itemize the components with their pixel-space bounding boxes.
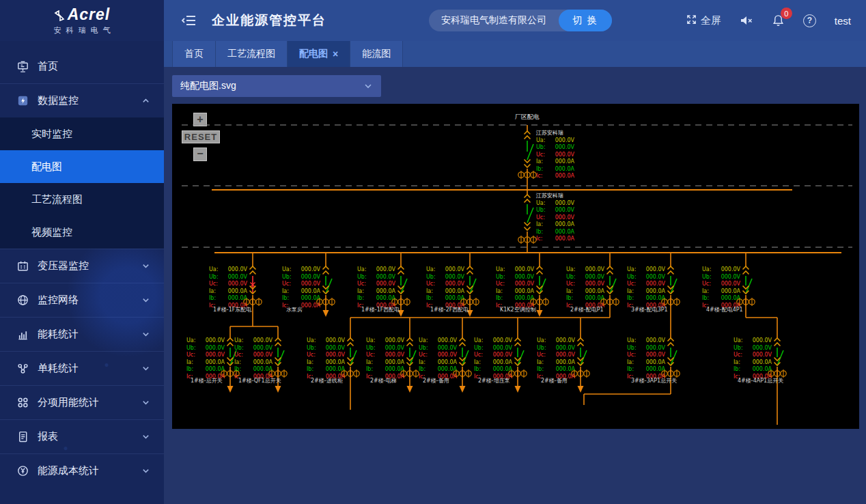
node-readings: Ua:000.0VUb:000.0VUc:000.0VIa:000.0AIb:0…: [566, 266, 604, 309]
sidebar-subitem[interactable]: 实时监控: [0, 117, 164, 150]
node-readings: Ua:000.0VUb:000.0VUc:000.0VIa:000.0AIb:0…: [234, 337, 273, 380]
unit-stats-icon: [16, 362, 29, 376]
sidebar-item-reports[interactable]: 报表: [0, 419, 164, 453]
node-readings: Ua:000.0VUb:000.0VUc:000.0VIa:000.0AIb:0…: [734, 337, 772, 380]
node-readings: Ua:000.0VUb:000.0VUc:000.0VIa:000.0AIb:0…: [186, 337, 225, 380]
sidebar-submenu: 实时监控配电图工艺流程图视频监控: [0, 117, 164, 249]
sidebar-item-transformer-monitoring[interactable]: 变压器监控: [0, 249, 164, 283]
node-readings: Ua:000.0VUb:000.0VUc:000.0VIa:000.0AIb:0…: [419, 337, 457, 380]
sidebar-subitem[interactable]: 视频监控: [0, 216, 164, 249]
fullscreen-label: 全屏: [701, 14, 721, 27]
tab-bar: 首页工艺流程图配电图×能流图: [164, 41, 866, 67]
node-readings: 江苏安科瑞Ua:000.0VUb:000.0VUc:000.0VIa:000.0…: [536, 130, 574, 180]
tab-close-icon[interactable]: ×: [333, 48, 338, 59]
incomer-name: 江苏安科瑞: [536, 193, 574, 200]
fullscreen-icon: [686, 14, 697, 27]
tab-label: 工艺流程图: [227, 48, 275, 60]
chevron-down-icon: [141, 398, 150, 407]
cost-icon: [16, 464, 29, 478]
help-button[interactable]: ?: [803, 14, 816, 27]
sidebar-item-unit-consumption[interactable]: 单耗统计: [0, 351, 164, 385]
node-label: 2#楼-备用: [541, 377, 621, 384]
sidebar-item-energy-statistics[interactable]: 能耗统计: [0, 317, 164, 351]
tab-label: 首页: [184, 48, 204, 60]
sidebar-nav: 首页数据监控实时监控配电图工艺流程图视频监控变压器监控监控网络能耗统计单耗统计分…: [0, 41, 164, 504]
mute-button[interactable]: [740, 14, 753, 27]
node-readings: Ua:000.0VUb:000.0VUc:000.0VIa:000.0AIb:0…: [282, 266, 320, 309]
sidebar-item-label: 能耗统计: [38, 328, 79, 341]
node-label: 4#楼-配电4P1: [706, 306, 787, 313]
node-readings: Ua:000.0VUb:000.0VUc:000.0VIa:000.0AIb:0…: [474, 337, 512, 380]
tab-label: 配电图: [299, 48, 328, 60]
notifications-button[interactable]: 0: [772, 14, 785, 27]
sidebar-item-label: 数据监控: [38, 94, 79, 107]
tab-工艺流程图[interactable]: 工艺流程图: [216, 41, 288, 67]
network-icon: [16, 294, 29, 307]
sidebar-item-label: 首页: [38, 60, 58, 73]
node-readings: Ua:000.0VUb:000.0VUc:000.0VIa:000.0AIb:0…: [307, 337, 345, 380]
chevron-down-icon: [141, 466, 150, 475]
node-label: 4#楼-4AP1总开关: [738, 377, 818, 384]
data-monitor-icon: [16, 94, 29, 108]
chevron-up-icon: [141, 96, 150, 105]
sidebar-item-data-monitoring[interactable]: 数据监控: [0, 83, 164, 117]
sidebar-item-label: 监控网络: [38, 294, 79, 307]
chevron-down-icon: [141, 330, 150, 339]
node-readings: 江苏安科瑞Ua:000.0VUb:000.0VUc:000.0VIa:000.0…: [536, 193, 574, 243]
app-header: Acrel 安科瑞电气 企业能源管控平台 安科瑞电气制造有限公司 切 换 全屏 …: [0, 0, 866, 41]
node-readings: Ua:000.0VUb:000.0VUc:000.0VIa:000.0AIb:0…: [627, 337, 665, 380]
menu-collapse-icon[interactable]: [182, 14, 197, 27]
node-readings: Ua:000.0VUb:000.0VUc:000.0VIa:000.0AIb:0…: [209, 266, 247, 309]
sidebar-item-label: 能源成本统计: [38, 464, 99, 477]
chevron-down-icon: [141, 364, 150, 373]
sidebar-item-energy-cost[interactable]: 能源成本统计: [0, 453, 164, 488]
fullscreen-button[interactable]: 全屏: [686, 14, 721, 27]
company-select[interactable]: 安科瑞电气制造有限公司 切 换: [429, 10, 612, 31]
sidebar-item-label: 分项用能统计: [38, 396, 99, 409]
chevron-down-icon: [141, 432, 150, 441]
energy-stats-icon: [16, 328, 29, 341]
report-icon: [16, 430, 29, 444]
sidebar-item-label: 变压器监控: [38, 260, 89, 272]
sidebar-subitem[interactable]: 工艺流程图: [0, 183, 164, 216]
sidebar-item-label: 单耗统计: [38, 362, 79, 375]
node-label: 3#楼-3AP1总开关: [631, 377, 712, 384]
help-icon: ?: [803, 14, 816, 27]
logo: Acrel 安科瑞电气: [0, 0, 164, 41]
chevron-down-icon: [363, 81, 373, 91]
node-label: 3#楼-配电3P1: [631, 306, 712, 313]
sidebar-item-monitoring-network[interactable]: 监控网络: [0, 283, 164, 317]
node-readings: Ua:000.0VUb:000.0VUc:000.0VIa:000.0AIb:0…: [357, 266, 395, 309]
home-icon: [16, 59, 29, 73]
subitem-icon: [16, 396, 29, 410]
node-readings: Ua:000.0VUb:000.0VUc:000.0VIa:000.0AIb:0…: [366, 337, 404, 380]
page-title: 企业能源管控平台: [212, 12, 326, 29]
tab-首页[interactable]: 首页: [172, 41, 216, 67]
chevron-down-icon: [141, 262, 150, 270]
node-readings: Ua:000.0VUb:000.0VUc:000.0VIa:000.0AIb:0…: [426, 266, 464, 309]
notification-badge: 0: [781, 8, 792, 19]
transformer-icon: [16, 260, 29, 273]
node-readings: Ua:000.0VUb:000.0VUc:000.0VIa:000.0AIb:0…: [537, 337, 575, 380]
tab-配电图[interactable]: 配电图×: [288, 41, 350, 67]
diagram-file-value: 纯配电图.svg: [180, 80, 363, 92]
logo-brand: Acrel: [68, 5, 111, 24]
username[interactable]: test: [835, 15, 851, 27]
main-content: 首页工艺流程图配电图×能流图 纯配电图.svg + RESET − 厂区配电 江…: [164, 41, 866, 504]
sidebar-item-subitem-energy[interactable]: 分项用能统计: [0, 385, 164, 419]
node-readings: Ua:000.0VUb:000.0VUc:000.0VIa:000.0AIb:0…: [627, 266, 665, 309]
switch-company-button[interactable]: 切 换: [559, 10, 612, 31]
sidebar-item-home[interactable]: 首页: [0, 49, 164, 83]
logo-subtext: 安科瑞电气: [49, 25, 115, 36]
node-readings: Ua:000.0VUb:000.0VUc:000.0VIa:000.0AIb:0…: [496, 266, 534, 309]
distribution-diagram-canvas[interactable]: + RESET − 厂区配电 江苏安科瑞Ua:000.0VUb:000.0VUc…: [172, 104, 859, 429]
sidebar-subitem[interactable]: 配电图: [0, 150, 164, 183]
diagram-file-select[interactable]: 纯配电图.svg: [172, 75, 381, 97]
incomer-name: 江苏安科瑞: [536, 130, 574, 137]
tab-能流图[interactable]: 能流图: [350, 41, 403, 67]
chevron-down-icon: [141, 296, 150, 305]
node-label: 水泵房: [286, 306, 367, 313]
node-readings: Ua:000.0VUb:000.0VUc:000.0VIa:000.0AIb:0…: [702, 266, 740, 309]
logo-mark-icon: [54, 10, 65, 24]
sidebar-item-label: 报表: [38, 430, 58, 443]
